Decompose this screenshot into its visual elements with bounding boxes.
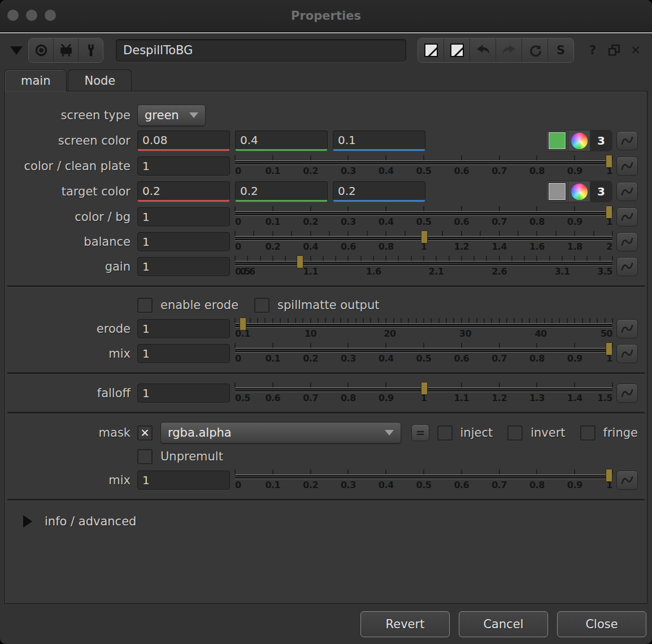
target-color-g-input[interactable]: 0.2 [235, 181, 328, 202]
target-color-r-input[interactable]: 0.2 [137, 181, 230, 202]
node-name-input[interactable]: DespillToBG [116, 39, 406, 62]
close-traffic-button[interactable] [7, 10, 19, 21]
target-color-swatch-button[interactable] [546, 181, 568, 202]
balance-slider[interactable]: 00.20.40.60.811.21.41.61.82 [235, 229, 612, 254]
help-button[interactable]: ? [582, 38, 603, 62]
clean-plate-row: color / clean plate 1 00.10.20.30.40.50.… [5, 154, 647, 179]
slider-handle[interactable] [606, 206, 612, 219]
slider-handle[interactable] [606, 155, 612, 168]
mix-animation-button[interactable] [616, 344, 638, 363]
color-bg-slider[interactable]: 00.10.20.30.40.50.60.70.80.91 [235, 204, 612, 229]
info-advanced-label: info / advanced [45, 515, 136, 528]
target-color-b-input[interactable]: 0.2 [333, 181, 425, 202]
node-color-button[interactable] [418, 38, 444, 62]
slider-tick [461, 206, 462, 211]
falloff-slider[interactable]: 0.50.60.70.80.911.11.21.31.41.5 [235, 381, 612, 406]
minimize-traffic-button[interactable] [26, 10, 37, 21]
slider-tick [310, 231, 311, 236]
slider-track[interactable] [235, 160, 612, 165]
script-button[interactable]: S [547, 38, 573, 62]
invert-checkbox[interactable] [507, 425, 523, 441]
mask-checkbox[interactable]: ✕ [137, 425, 153, 441]
spillmatte-output-checkbox[interactable] [254, 298, 270, 313]
mask-mix-animation-button[interactable] [616, 471, 638, 490]
screen-color-channels-button[interactable]: 3 [590, 130, 612, 151]
screen-color-picker-button[interactable] [568, 130, 590, 151]
mask-mix-slider[interactable]: 00.10.20.30.40.50.60.70.80.91 [235, 468, 612, 493]
info-advanced-group-toggle[interactable]: info / advanced [5, 507, 647, 536]
mix-slider[interactable]: 00.10.20.30.40.50.60.70.80.91 [235, 341, 612, 366]
node-settings-button[interactable] [78, 38, 103, 62]
mask-mix-input[interactable]: 1 [137, 471, 230, 490]
section-divider [7, 499, 645, 501]
color-bg-input[interactable]: 1 [137, 207, 230, 227]
erode-slider[interactable]: 0.11020304050 [235, 316, 612, 341]
target-color-channels-button[interactable]: 3 [590, 181, 612, 202]
redo-button[interactable] [495, 38, 521, 62]
falloff-input[interactable]: 1 [137, 384, 230, 403]
fringe-checkbox[interactable] [580, 425, 596, 441]
center-node-button[interactable] [29, 38, 53, 62]
revert-button-icon-btn[interactable] [521, 38, 547, 62]
clean-plate-input[interactable]: 1 [137, 156, 230, 176]
gl-color-button[interactable] [444, 38, 470, 62]
unpremult-checkbox[interactable] [137, 449, 153, 464]
slider-track[interactable] [235, 348, 612, 353]
slider-tick [574, 231, 575, 236]
erode-animation-button[interactable] [616, 319, 638, 338]
balance-input[interactable]: 1 [137, 232, 230, 251]
slider-tick [385, 469, 386, 475]
slider-tick [612, 318, 613, 323]
slider-tick-label: 0.5 [235, 393, 250, 403]
close-panel-button[interactable]: ✕ [625, 38, 646, 62]
falloff-animation-button[interactable] [616, 384, 638, 403]
panel-menu-arrow-icon[interactable] [10, 46, 23, 55]
color-bg-animation-button[interactable] [616, 207, 638, 227]
erode-input[interactable]: 1 [137, 319, 230, 338]
screen-color-g-input[interactable]: 0.4 [235, 130, 328, 151]
clean-plate-slider[interactable]: 00.10.20.30.40.50.60.70.80.91 [235, 154, 612, 179]
target-color-picker-button[interactable] [568, 181, 590, 202]
cancel-button[interactable]: Cancel [459, 611, 548, 637]
balance-animation-button[interactable] [616, 232, 638, 251]
close-button[interactable]: Close [557, 611, 646, 637]
mix-input[interactable]: 1 [137, 344, 230, 363]
tab-main[interactable]: main [5, 69, 67, 92]
slider-handle[interactable] [606, 342, 612, 355]
screen-color-b-input[interactable]: 0.1 [333, 130, 425, 151]
slider-handle[interactable] [421, 382, 428, 395]
inject-checkbox[interactable] [437, 425, 453, 441]
slider-track[interactable] [235, 475, 612, 479]
slider-track[interactable] [235, 323, 612, 328]
tab-node[interactable]: Node [68, 69, 132, 92]
slider-track[interactable] [235, 211, 612, 216]
slider-tick [511, 256, 512, 261]
viewer-button[interactable] [53, 38, 78, 62]
slider-tick [524, 256, 525, 261]
gain-input[interactable]: 1 [137, 257, 230, 276]
gain-slider[interactable]: 0.50.61.11.62.12.63.13.5 [235, 254, 612, 279]
screen-type-select[interactable]: green [137, 105, 206, 126]
slider-tick [347, 256, 349, 261]
enable-erode-checkbox[interactable] [137, 298, 153, 313]
gain-animation-button[interactable] [616, 257, 638, 276]
float-panel-button[interactable] [603, 38, 625, 62]
zoom-traffic-button[interactable] [45, 10, 56, 21]
slider-tick [461, 256, 462, 261]
mask-equals-button[interactable]: = [411, 424, 429, 441]
slider-tick [234, 155, 236, 160]
slider-handle[interactable] [606, 469, 612, 482]
undo-button[interactable] [470, 38, 495, 62]
slider-track[interactable] [235, 261, 612, 266]
slider-handle[interactable] [240, 317, 246, 330]
revert-button[interactable]: Revert [360, 611, 450, 637]
screen-color-r-input[interactable]: 0.08 [137, 130, 230, 151]
screen-color-animation-button[interactable] [616, 131, 638, 150]
mask-channel-select[interactable]: rgba.alpha [160, 422, 401, 443]
slider-handle[interactable] [297, 255, 303, 268]
slider-tick-label: 0.4 [379, 216, 394, 227]
clean-plate-animation-button[interactable] [616, 156, 638, 176]
target-color-animation-button[interactable] [616, 182, 638, 201]
screen-color-swatch-button[interactable] [546, 130, 568, 151]
slider-handle[interactable] [421, 230, 428, 243]
